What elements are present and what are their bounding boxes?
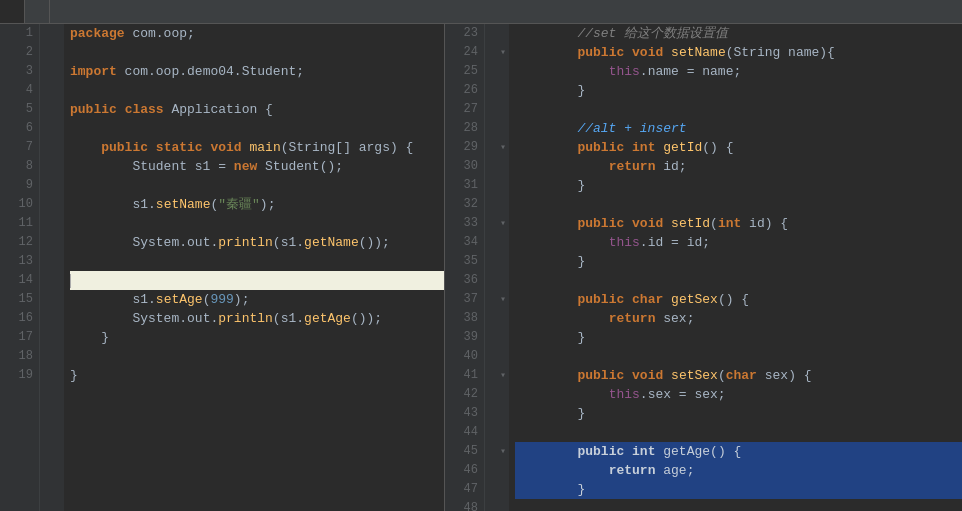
line-number: 9 — [26, 176, 33, 195]
code-line: } — [515, 480, 962, 499]
right-gutter: 2324252627282930313233343536373839404142… — [445, 24, 485, 511]
code-line: public void setId(int id) { — [515, 214, 962, 233]
code-line: } — [515, 404, 962, 423]
fold-indicator — [497, 252, 509, 271]
tab-application[interactable] — [0, 0, 25, 23]
right-code[interactable]: //set 给这个数据设置值 public void setName(Strin… — [509, 24, 962, 511]
fold-indicator: ▾ — [497, 138, 509, 157]
line-number: 27 — [464, 100, 478, 119]
code-line: return sex; — [515, 309, 962, 328]
code-line: import com.oop.demo04.Student; — [70, 62, 444, 81]
code-line: s1.setName("秦疆"); — [70, 195, 444, 214]
line-number: 43 — [464, 404, 478, 423]
fold-indicator — [52, 328, 64, 347]
fold-indicator — [497, 480, 509, 499]
left-pane: 12345678910111213141516171819 package co… — [0, 24, 445, 511]
line-number: 11 — [19, 214, 33, 233]
right-breakpoints — [485, 24, 497, 511]
code-line — [70, 176, 444, 195]
code-line: return id; — [515, 157, 962, 176]
code-line — [70, 347, 444, 366]
fold-indicator — [52, 290, 64, 309]
fold-indicator — [497, 461, 509, 480]
line-number: 39 — [464, 328, 478, 347]
code-line — [70, 43, 444, 62]
line-number: 29 — [464, 138, 478, 157]
line-number: 40 — [464, 347, 478, 366]
code-line: } — [70, 366, 444, 385]
fold-indicator — [52, 233, 64, 252]
fold-indicator — [497, 309, 509, 328]
code-line — [515, 195, 962, 214]
fold-indicator — [497, 62, 509, 81]
code-line: } — [515, 81, 962, 100]
line-number: 38 — [464, 309, 478, 328]
code-line: //alt + insert — [515, 119, 962, 138]
line-number: 47 — [464, 480, 478, 499]
line-number: 25 — [464, 62, 478, 81]
fold-indicator — [497, 499, 509, 511]
fold-indicator — [497, 100, 509, 119]
fold-indicator — [52, 252, 64, 271]
text-cursor — [70, 274, 71, 288]
fold-indicator — [52, 24, 64, 43]
code-line: } — [515, 252, 962, 271]
line-number: 24 — [464, 43, 478, 62]
line-number: 35 — [464, 252, 478, 271]
tab-student[interactable] — [25, 0, 50, 23]
code-line: public int getId() { — [515, 138, 962, 157]
fold-indicator — [52, 271, 64, 290]
fold-indicator — [52, 176, 64, 195]
line-number: 48 — [464, 499, 478, 511]
code-line: Student s1 = new Student(); — [70, 157, 444, 176]
line-number: 30 — [464, 157, 478, 176]
left-gutter: 12345678910111213141516171819 — [0, 24, 40, 511]
fold-indicator: ▾ — [497, 214, 509, 233]
fold-indicator — [52, 43, 64, 62]
left-code[interactable]: package com.oop;import com.oop.demo04.St… — [64, 24, 444, 511]
fold-indicator — [497, 176, 509, 195]
fold-indicator — [52, 366, 64, 385]
code-line: public static void main(String[] args) { — [70, 138, 444, 157]
line-number: 18 — [19, 347, 33, 366]
code-line — [515, 347, 962, 366]
tab-bar — [0, 0, 962, 24]
fold-indicator — [52, 138, 64, 157]
fold-indicator — [52, 81, 64, 100]
code-line: this.id = id; — [515, 233, 962, 252]
line-number: 17 — [19, 328, 33, 347]
code-line — [70, 271, 444, 290]
fold-indicator: ▾ — [497, 442, 509, 461]
line-number: 15 — [19, 290, 33, 309]
code-line: System.out.println(s1.getAge()); — [70, 309, 444, 328]
line-number: 45 — [464, 442, 478, 461]
line-number: 6 — [26, 119, 33, 138]
fold-indicator: ▾ — [497, 43, 509, 62]
line-number: 32 — [464, 195, 478, 214]
line-number: 10 — [19, 195, 33, 214]
right-folds: ▾▾▾▾▾▾▾ — [497, 24, 509, 511]
code-line: package com.oop; — [70, 24, 444, 43]
line-number: 3 — [26, 62, 33, 81]
fold-indicator — [52, 62, 64, 81]
fold-indicator — [497, 81, 509, 100]
fold-indicator — [52, 157, 64, 176]
line-number: 12 — [19, 233, 33, 252]
code-line: public void setSex(char sex) { — [515, 366, 962, 385]
left-folds — [52, 24, 64, 511]
line-number: 44 — [464, 423, 478, 442]
line-number: 5 — [26, 100, 33, 119]
line-number: 16 — [19, 309, 33, 328]
fold-indicator — [52, 195, 64, 214]
code-line: } — [515, 328, 962, 347]
fold-indicator — [497, 347, 509, 366]
code-line: this.sex = sex; — [515, 385, 962, 404]
line-number: 19 — [19, 366, 33, 385]
fold-indicator — [497, 385, 509, 404]
line-number: 42 — [464, 385, 478, 404]
fold-indicator — [497, 119, 509, 138]
fold-indicator — [52, 347, 64, 366]
line-number: 7 — [26, 138, 33, 157]
code-line: //set 给这个数据设置值 — [515, 24, 962, 43]
line-number: 26 — [464, 81, 478, 100]
